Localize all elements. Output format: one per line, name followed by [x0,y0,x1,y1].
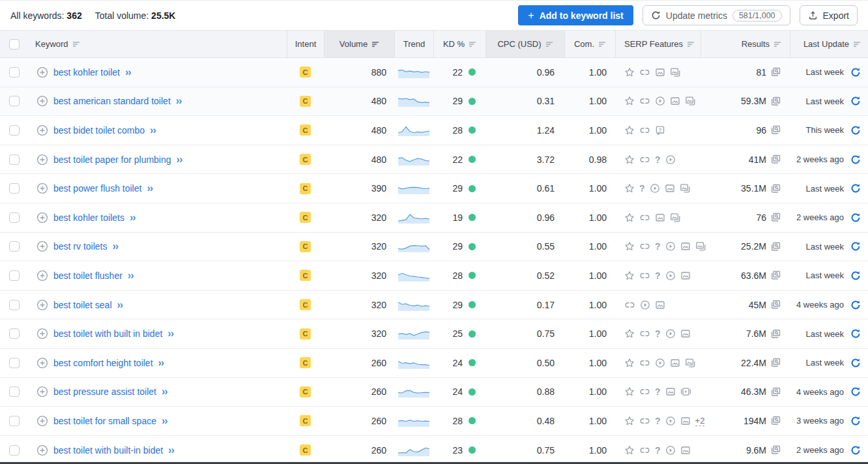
row-checkbox[interactable] [9,300,20,310]
sort-icon[interactable] [545,41,553,48]
keyword-link[interactable]: best comfort height toilet [53,358,153,368]
add-keyword-icon[interactable] [36,124,48,136]
expand-keyword-icon[interactable] [162,386,167,397]
expand-keyword-icon[interactable] [128,270,134,281]
sort-icon[interactable] [853,41,861,48]
serp-preview-icon[interactable] [770,386,781,398]
sort-icon[interactable] [774,41,781,48]
expand-keyword-icon[interactable] [117,300,123,310]
serp-preview-icon[interactable] [770,444,781,456]
serp-preview-icon[interactable] [770,183,781,194]
add-keyword-icon[interactable] [36,357,48,369]
col-header-cpc[interactable]: CPC (USD) [497,39,541,49]
expand-keyword-icon[interactable] [176,96,182,106]
add-keyword-icon[interactable] [36,444,48,456]
keyword-link[interactable]: best toilet for small space [53,416,156,426]
serp-preview-icon[interactable] [770,299,781,310]
sort-icon[interactable] [598,41,606,48]
expand-keyword-icon[interactable] [130,212,136,223]
row-refresh-icon[interactable] [850,212,861,223]
keyword-link[interactable]: best toilet seal [53,300,112,310]
row-refresh-icon[interactable] [850,386,861,397]
serp-preview-icon[interactable] [770,212,781,223]
expand-keyword-icon[interactable] [167,328,173,339]
keyword-link[interactable]: best pressure assist toilet [53,386,156,397]
col-header-results[interactable]: Results [742,39,770,49]
row-refresh-icon[interactable] [850,358,861,368]
serp-preview-icon[interactable] [770,241,781,252]
add-keyword-icon[interactable] [36,415,48,427]
expand-keyword-icon[interactable] [177,154,182,165]
row-checkbox[interactable] [9,241,20,252]
add-to-keyword-list-button[interactable]: + Add to keyword list [518,5,633,25]
expand-keyword-icon[interactable] [150,125,156,136]
select-all-checkbox[interactable] [9,39,20,50]
row-refresh-icon[interactable] [850,300,861,310]
row-checkbox[interactable] [9,328,20,339]
col-header-intent[interactable]: Intent [295,39,317,49]
add-keyword-icon[interactable] [36,240,48,252]
sort-icon[interactable] [469,41,476,48]
serp-preview-icon[interactable] [770,66,781,78]
add-keyword-icon[interactable] [36,95,48,107]
serp-preview-icon[interactable] [770,270,781,281]
row-refresh-icon[interactable] [850,328,861,339]
add-keyword-icon[interactable] [36,386,48,398]
expand-keyword-icon[interactable] [158,358,164,368]
add-keyword-icon[interactable] [36,154,48,166]
row-refresh-icon[interactable] [850,445,861,456]
row-refresh-icon[interactable] [850,183,861,194]
col-header-volume[interactable]: Volume [340,39,368,49]
keyword-link[interactable]: best kohler toilet [53,67,120,78]
row-checkbox[interactable] [9,96,20,106]
keyword-link[interactable]: best kohler toilets [53,212,124,223]
keyword-link[interactable]: best power flush toilet [53,183,141,194]
row-checkbox[interactable] [9,270,20,281]
expand-keyword-icon[interactable] [162,416,167,426]
col-header-keyword[interactable]: Keyword [35,39,68,49]
add-keyword-icon[interactable] [36,299,48,311]
serp-preview-icon[interactable] [770,415,781,426]
row-checkbox[interactable] [9,154,20,165]
add-keyword-icon[interactable] [36,182,48,194]
row-checkbox[interactable] [9,212,20,223]
col-header-com[interactable]: Com. [574,39,594,49]
col-header-kd[interactable]: KD % [443,39,465,49]
row-refresh-icon[interactable] [850,154,861,165]
keyword-link[interactable]: best bidet toilet combo [53,125,145,136]
row-checkbox[interactable] [9,358,20,368]
row-checkbox[interactable] [9,67,20,78]
add-keyword-icon[interactable] [36,328,48,340]
row-checkbox[interactable] [9,386,20,397]
col-header-last-update[interactable]: Last Update [803,39,849,49]
serp-preview-icon[interactable] [770,357,781,368]
keyword-link[interactable]: best toilet with built-in bidet [53,445,163,456]
keyword-link[interactable]: best toilet with built in bidet [53,328,162,339]
expand-keyword-icon[interactable] [168,445,174,456]
serp-preview-icon[interactable] [770,328,781,340]
row-refresh-icon[interactable] [850,125,861,136]
expand-keyword-icon[interactable] [147,183,152,194]
expand-keyword-icon[interactable] [112,241,118,252]
row-checkbox[interactable] [9,416,20,426]
sort-icon[interactable] [687,41,695,48]
export-button[interactable]: Export [800,5,858,25]
col-header-trend[interactable]: Trend [403,39,425,49]
row-refresh-icon[interactable] [850,241,861,252]
row-refresh-icon[interactable] [850,67,861,78]
add-keyword-icon[interactable] [36,66,48,78]
add-keyword-icon[interactable] [36,270,48,282]
keyword-link[interactable]: best toilet paper for plumbing [53,154,171,165]
sort-icon-active[interactable] [371,41,379,48]
sort-icon[interactable] [72,41,80,48]
row-checkbox[interactable] [9,125,20,136]
row-refresh-icon[interactable] [850,96,861,106]
expand-keyword-icon[interactable] [125,67,131,78]
row-refresh-icon[interactable] [850,416,861,426]
serp-preview-icon[interactable] [770,96,781,107]
serp-preview-icon[interactable] [770,124,781,136]
serp-preview-icon[interactable] [770,154,781,165]
row-refresh-icon[interactable] [850,270,861,281]
update-metrics-button[interactable]: Update metrics 581/1,000 [643,5,790,25]
row-checkbox[interactable] [9,445,20,456]
